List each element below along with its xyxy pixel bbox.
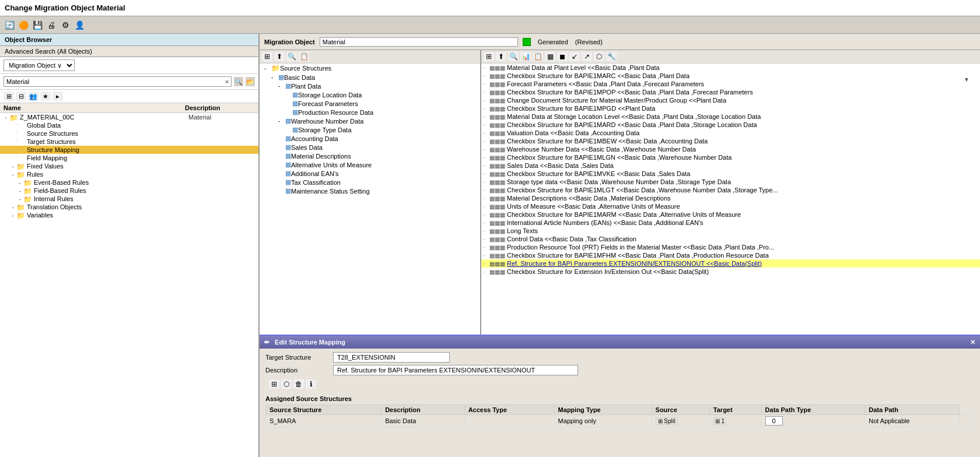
expand-icon[interactable]: - bbox=[16, 196, 23, 202]
toolbar-btn-2[interactable]: 🟠 bbox=[18, 19, 29, 31]
search-dropdown[interactable]: Migration Object ∨ bbox=[4, 59, 75, 71]
source-item-ean[interactable]: ▦ Additional EAN's bbox=[260, 169, 480, 178]
expand-icon[interactable]: - bbox=[278, 83, 285, 89]
target-btn1[interactable]: ⊞ bbox=[484, 52, 494, 61]
tree-item-root[interactable]: - 📁 Z_MATERIAL_00C Material bbox=[0, 113, 258, 121]
source-item-storage-type[interactable]: ▦ Storage Type Data bbox=[260, 125, 480, 134]
more-btn[interactable]: ▸ bbox=[52, 92, 63, 101]
target-item-8[interactable]: · ▦▦▦ Checkbox Structure for BAPIE1MARD … bbox=[481, 121, 980, 129]
tree-item-target[interactable]: · Target Structures bbox=[0, 138, 258, 146]
search-input[interactable] bbox=[4, 77, 223, 86]
target-btn7[interactable]: ◼ bbox=[557, 52, 568, 61]
scroll-down-arrow[interactable]: ▼ bbox=[964, 76, 970, 83]
browse-btn[interactable]: 📂 bbox=[246, 77, 255, 86]
tree-item-structure-mapping[interactable]: · Structure Mapping bbox=[0, 146, 258, 154]
target-item-12[interactable]: · ▦▦▦ Checkbox Structure for BAPIE1MLGN … bbox=[481, 153, 980, 161]
target-item-10[interactable]: · ▦▦▦ Checkbox Structure for BAPIE1MBEW … bbox=[481, 137, 980, 145]
target-btn6[interactable]: ▦ bbox=[545, 52, 555, 61]
target-item-16[interactable]: · ▦▦▦ Checkbox Structure for BAPIE1MLGT … bbox=[481, 186, 980, 194]
expand-icon[interactable]: - bbox=[9, 163, 16, 170]
tree-item-source[interactable]: · Source Structures bbox=[0, 129, 258, 138]
source-toolbar-btn1[interactable]: ⊞ bbox=[262, 52, 272, 61]
source-item-alt-units[interactable]: ▦ Alternative Units of Measure bbox=[260, 160, 480, 169]
source-item-basic[interactable]: - ▦ Basic Data bbox=[260, 73, 480, 82]
tree-item-rules[interactable]: - 📁 Rules bbox=[0, 170, 258, 178]
target-item-15[interactable]: · ▦▦▦ Storage type data <<Basic Data ,Wa… bbox=[481, 178, 980, 186]
target-item-26[interactable]: · ▦▦▦ Checkbox Structure for Extension I… bbox=[481, 268, 980, 276]
target-item-22[interactable]: · ▦▦▦ Control Data <<Basic Data ,Tax Cla… bbox=[481, 235, 980, 243]
target-item-17[interactable]: · ▦▦▦ Material Descriptions <<Basic Data… bbox=[481, 194, 980, 202]
source-item-tax[interactable]: ▦ Tax Classification bbox=[260, 178, 480, 187]
source-item-storage-loc[interactable]: ▦ Storage Location Data bbox=[260, 90, 480, 99]
target-btn11[interactable]: 🔧 bbox=[606, 52, 617, 61]
target-item-4[interactable]: · ▦▦▦ Checkbox Structure for BAPIE1MPOP … bbox=[481, 88, 980, 96]
expand-icon[interactable]: - bbox=[9, 171, 16, 178]
tree-item-field-mapping[interactable]: · Field Mapping bbox=[0, 154, 258, 162]
target-item-6[interactable]: · ▦▦▦ Checkbox Structure for BAPIE1MPGD … bbox=[481, 104, 980, 113]
expand-icon[interactable]: - bbox=[9, 212, 16, 219]
target-val-input[interactable] bbox=[765, 416, 783, 426]
tree-item-global[interactable]: · Global Data bbox=[0, 121, 258, 129]
target-btn8[interactable]: ↙ bbox=[569, 52, 580, 61]
target-item-5[interactable]: · ▦▦▦ Change Document Structure for Mate… bbox=[481, 96, 980, 104]
description-input[interactable] bbox=[333, 365, 578, 375]
target-btn3[interactable]: 🔍 bbox=[508, 52, 519, 61]
expand-icon[interactable]: - bbox=[16, 188, 23, 194]
target-btn4[interactable]: 📊 bbox=[520, 52, 531, 61]
target-item-19[interactable]: · ▦▦▦ Checkbox Structure for BAPIE1MARM … bbox=[481, 210, 980, 219]
tree-item-translation[interactable]: - 📁 Translation Objects bbox=[0, 203, 258, 211]
target-item-3[interactable]: · ▦▦▦ Forecast Parameters <<Basic Data ,… bbox=[481, 80, 980, 88]
target-btn2[interactable]: ⬆ bbox=[496, 52, 506, 61]
collapse-all-btn[interactable]: ⊟ bbox=[16, 92, 26, 101]
expand-icon[interactable]: - bbox=[264, 65, 271, 72]
target-item-23[interactable]: · ▦▦▦ Production Resource Tool (PRT) Fie… bbox=[481, 243, 980, 251]
source-item-accounting[interactable]: ▦ Accounting Data bbox=[260, 134, 480, 143]
target-item-2[interactable]: · ▦▦▦ Checkbox Structure for BAPIE1MARC … bbox=[481, 72, 980, 80]
expand-icon[interactable]: - bbox=[271, 74, 278, 80]
expand-icon[interactable]: - bbox=[16, 180, 23, 186]
target-item-18[interactable]: · ▦▦▦ Units of Measure <<Basic Data ,Alt… bbox=[481, 202, 980, 210]
toolbar-btn-settings[interactable]: ⚙ bbox=[60, 19, 71, 31]
bottom-btn3[interactable]: 🗑 bbox=[293, 379, 304, 389]
target-item-21[interactable]: · ▦▦▦ Long Texts bbox=[481, 227, 980, 235]
target-item-25[interactable]: · ▦▦▦ Ref. Structure for BAPI Parameters… bbox=[481, 259, 980, 268]
expand-icon[interactable]: - bbox=[2, 114, 9, 121]
target-btn5[interactable]: 📋 bbox=[533, 52, 543, 61]
tree-item-fixed[interactable]: - 📁 Fixed Values bbox=[0, 162, 258, 170]
target-item-13[interactable]: · ▦▦▦ Sales Data <<Basic Data ,Sales Dat… bbox=[481, 161, 980, 170]
target-item-7[interactable]: · ▦▦▦ Material Data at Storage Location … bbox=[481, 113, 980, 121]
tree-item-variables[interactable]: - 📁 Variables bbox=[0, 211, 258, 219]
bottom-btn2[interactable]: ⬡ bbox=[281, 379, 292, 389]
source-item-maintenance[interactable]: ▦ Maintenance Status Setting bbox=[260, 187, 480, 195]
clear-icon[interactable]: ✕ bbox=[223, 78, 231, 86]
source-item-root[interactable]: - 📁 Source Structures bbox=[260, 64, 480, 73]
target-btn10[interactable]: ⬡ bbox=[594, 52, 604, 61]
expand-all-btn[interactable]: ⊞ bbox=[4, 92, 14, 101]
star-btn[interactable]: ★ bbox=[40, 92, 51, 101]
source-item-material-desc[interactable]: ▦ Material Descriptions bbox=[260, 152, 480, 160]
bottom-btn4[interactable]: ℹ bbox=[306, 379, 316, 389]
target-item-14[interactable]: · ▦▦▦ Checkbox Structure for BAPIE1MVKE … bbox=[481, 170, 980, 178]
source-item-sales[interactable]: ▦ Sales Data bbox=[260, 143, 480, 152]
close-icon[interactable]: ✕ bbox=[970, 339, 975, 346]
filter-btn[interactable]: 👥 bbox=[28, 92, 38, 101]
target-btn9[interactable]: ↗ bbox=[582, 52, 592, 61]
source-item-warehouse[interactable]: - ▦ Warehouse Number Data bbox=[260, 117, 480, 125]
target-item-24[interactable]: · ▦▦▦ Checkbox Structure for BAPIE1MFHM … bbox=[481, 251, 980, 259]
search-btn[interactable]: 🔍 bbox=[234, 77, 243, 86]
cell-target-val[interactable] bbox=[761, 415, 865, 427]
tree-item-field-rules[interactable]: - 📁 Field-Based Rules bbox=[0, 187, 258, 195]
target-item-1[interactable]: · ▦▦▦ Material Data at Plant Level <<Bas… bbox=[481, 64, 980, 72]
source-item-plant[interactable]: - ▦ Plant Data bbox=[260, 82, 480, 90]
expand-icon[interactable]: - bbox=[278, 118, 285, 124]
source-item-prod[interactable]: ▦ Production Resource Data bbox=[260, 108, 480, 117]
toolbar-btn-save[interactable]: 💾 bbox=[32, 19, 43, 31]
source-toolbar-btn2[interactable]: ⬆ bbox=[274, 52, 285, 61]
source-item-forecast[interactable]: ▦ Forecast Parameters bbox=[260, 99, 480, 108]
source-toolbar-btn4[interactable]: 📋 bbox=[299, 52, 309, 61]
target-item-11[interactable]: · ▦▦▦ Warehouse Number Data <<Basic Data… bbox=[481, 145, 980, 153]
bottom-btn1[interactable]: ⊞ bbox=[269, 379, 279, 389]
source-toolbar-btn3[interactable]: 🔍 bbox=[286, 52, 297, 61]
toolbar-btn-print[interactable]: 🖨 bbox=[46, 19, 57, 31]
migration-object-value[interactable] bbox=[320, 37, 518, 47]
